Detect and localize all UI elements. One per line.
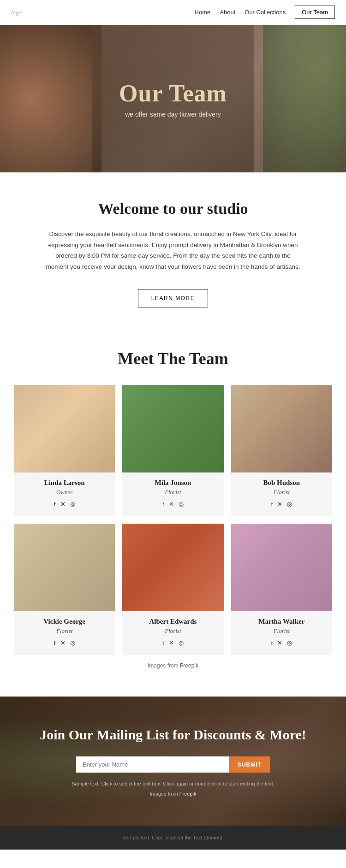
facebook-icon[interactable]: f: [271, 501, 273, 508]
team-card: Linda LarsonOwnerf✕◎: [14, 385, 115, 516]
mailing-credit-pre: Images from: [150, 791, 179, 797]
mailing-credit: Images from Freepik: [150, 791, 197, 797]
welcome-section: Welcome to our studio Discover the exqui…: [0, 172, 346, 326]
team-card: Albert EdwardsFloristf✕◎: [122, 524, 223, 655]
hero-flowers-right: [263, 25, 346, 172]
team-member-role: Owner: [18, 489, 110, 496]
team-member-name: Martha Walker: [236, 618, 328, 626]
team-card-info: Vickie GeorgeFloristf✕◎: [14, 611, 115, 655]
mailing-form: SUBMIT: [76, 756, 270, 773]
hero-content: Our Team we offer same day flower delive…: [119, 80, 227, 118]
team-card: Vickie GeorgeFloristf✕◎: [14, 524, 115, 655]
team-card-info: Mila JonsonFloristf✕◎: [122, 472, 223, 516]
welcome-title: Welcome to our studio: [37, 200, 309, 218]
team-card-info: Martha WalkerFloristf✕◎: [231, 611, 332, 655]
mailing-section: Join Our Mailing List for Discounts & Mo…: [0, 697, 346, 826]
nav-our-team-button[interactable]: Our Team: [295, 6, 335, 19]
facebook-icon[interactable]: f: [162, 501, 164, 508]
team-member-name: Albert Edwards: [127, 618, 219, 626]
team-member-role: Florist: [127, 489, 219, 496]
team-social-links: f✕◎: [236, 639, 328, 647]
team-member-photo: [122, 524, 223, 611]
instagram-icon[interactable]: ◎: [179, 639, 184, 647]
team-member-photo: [122, 385, 223, 472]
nav-links: Home About Our Collections Our Team: [195, 6, 335, 19]
team-social-links: f✕◎: [127, 639, 219, 647]
team-section-title: Meet The Team: [14, 349, 332, 368]
nav-collections[interactable]: Our Collections: [245, 9, 286, 16]
instagram-icon[interactable]: ◎: [179, 501, 184, 508]
team-social-links: f✕◎: [236, 501, 328, 508]
navigation: logo Home About Our Collections Our Team: [0, 0, 346, 25]
team-grid: Linda LarsonOwnerf✕◎Mila JonsonFloristf✕…: [14, 385, 332, 655]
facebook-icon[interactable]: f: [54, 501, 55, 508]
instagram-icon[interactable]: ◎: [70, 639, 75, 647]
mailing-freepik-link[interactable]: Freepik: [179, 791, 197, 797]
twitter-x-icon[interactable]: ✕: [169, 639, 174, 647]
images-credit-pre: Images from: [148, 662, 180, 669]
hero-section: Our Team we offer same day flower delive…: [0, 25, 346, 172]
team-card-info: Bob HudsonFloristf✕◎: [231, 472, 332, 516]
logo: logo: [11, 9, 22, 16]
twitter-x-icon[interactable]: ✕: [60, 501, 66, 508]
facebook-icon[interactable]: f: [54, 639, 55, 647]
team-member-name: Vickie George: [18, 618, 110, 626]
twitter-x-icon[interactable]: ✕: [169, 501, 174, 508]
instagram-icon[interactable]: ◎: [70, 501, 75, 508]
hero-subtitle: we offer same day flower delivery: [119, 111, 227, 118]
team-card-info: Albert EdwardsFloristf✕◎: [122, 611, 223, 655]
team-card-info: Linda LarsonOwnerf✕◎: [14, 472, 115, 516]
facebook-icon[interactable]: f: [162, 639, 164, 647]
nav-home[interactable]: Home: [195, 9, 211, 16]
twitter-x-icon[interactable]: ✕: [277, 639, 282, 647]
team-social-links: f✕◎: [127, 501, 219, 508]
welcome-body: Discover the exquisite beauty of our flo…: [44, 229, 302, 272]
team-member-name: Bob Hudson: [236, 479, 328, 487]
team-card: Bob HudsonFloristf✕◎: [231, 385, 332, 516]
team-card: Mila JonsonFloristf✕◎: [122, 385, 223, 516]
team-member-photo: [14, 385, 115, 472]
team-member-role: Florist: [127, 627, 219, 635]
instagram-icon[interactable]: ◎: [287, 639, 292, 647]
team-social-links: f✕◎: [18, 639, 110, 647]
nav-about[interactable]: About: [220, 9, 235, 16]
team-member-role: Florist: [18, 627, 110, 635]
team-member-name: Mila Jonson: [127, 479, 219, 487]
hero-flowers-left: [0, 25, 101, 172]
images-credit: Images from Freepik: [14, 655, 332, 683]
team-member-photo: [231, 524, 332, 611]
mailing-title: Join Our Mailing List for Discounts & Mo…: [40, 726, 306, 744]
team-member-photo: [231, 385, 332, 472]
twitter-x-icon[interactable]: ✕: [60, 639, 66, 647]
twitter-x-icon[interactable]: ✕: [277, 501, 282, 508]
footer: Sample text. Click to select the Text El…: [0, 826, 346, 850]
team-card: Martha WalkerFloristf✕◎: [231, 524, 332, 655]
mailing-sample-text: Sample text. Click to select the text bo…: [72, 781, 274, 786]
footer-text: Sample text. Click to select the Text El…: [9, 835, 337, 840]
facebook-icon[interactable]: f: [271, 639, 273, 647]
team-member-photo: [14, 524, 115, 611]
team-social-links: f✕◎: [18, 501, 110, 508]
team-member-name: Linda Larson: [18, 479, 110, 487]
team-member-role: Florist: [236, 489, 328, 496]
team-member-role: Florist: [236, 627, 328, 635]
freepik-link[interactable]: Freepik: [180, 662, 198, 669]
learn-more-button[interactable]: LEARN MORE: [138, 289, 208, 307]
mailing-submit-button[interactable]: SUBMIT: [229, 756, 270, 773]
team-section: Meet The Team Linda LarsonOwnerf✕◎Mila J…: [0, 326, 346, 697]
instagram-icon[interactable]: ◎: [287, 501, 292, 508]
mailing-name-input[interactable]: [76, 756, 229, 773]
hero-title: Our Team: [119, 80, 227, 107]
